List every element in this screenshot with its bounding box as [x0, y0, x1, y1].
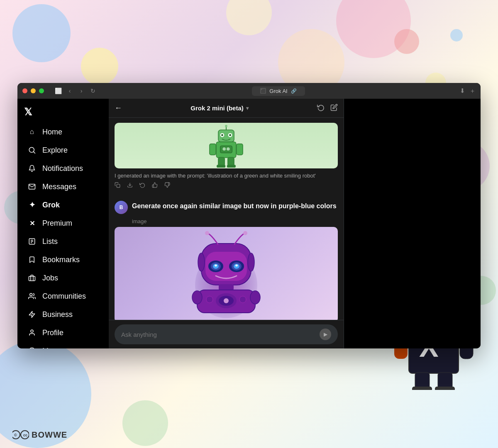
- user-msg-text: Generate once again similar image but no…: [132, 201, 337, 210]
- refresh-action-icon[interactable]: [139, 182, 145, 189]
- grok-header-actions: [317, 104, 338, 113]
- lists-icon: [27, 237, 37, 246]
- tab-link-icon: 🔗: [291, 88, 297, 94]
- more-icon: [27, 346, 37, 348]
- svg-point-32: [229, 134, 231, 136]
- purple-robot-svg: [189, 231, 264, 318]
- ai-actions-1: [115, 180, 338, 191]
- back-icon[interactable]: ‹: [66, 87, 74, 95]
- bookmarks-icon: [27, 255, 37, 264]
- download-action-icon[interactable]: [127, 182, 133, 189]
- svg-rect-36: [228, 157, 234, 166]
- svg-line-14: [34, 152, 35, 153]
- grok-input[interactable]: [121, 331, 315, 338]
- browser-window: ⬜ ‹ › ↻ ⬛ Grok AI 🔗 ⬇ ＋ 𝕏 ⌂: [17, 83, 481, 348]
- svg-marker-21: [29, 312, 35, 318]
- refresh-icon[interactable]: ↻: [89, 87, 97, 95]
- history-icon[interactable]: [317, 104, 325, 113]
- download-icon[interactable]: ⬇: [460, 87, 465, 95]
- grok-input-area: ▶: [109, 320, 344, 348]
- svg-point-67: [248, 253, 254, 271]
- tab-favicon: ⬛: [260, 88, 266, 94]
- svg-point-22: [31, 330, 33, 332]
- messages-icon: [27, 182, 37, 191]
- svg-point-60: [250, 291, 260, 304]
- minimize-button[interactable]: [31, 88, 36, 93]
- ai-message-1: I generated an image with the prompt: 'i…: [115, 123, 338, 191]
- profile-icon: [27, 328, 37, 337]
- chevron-down-icon: ▾: [246, 105, 249, 111]
- forward-icon[interactable]: ›: [77, 87, 85, 95]
- grok-panel: ← Grok 2 mini (beta) ▾: [109, 99, 344, 348]
- home-icon: ⌂: [27, 127, 37, 136]
- svg-rect-93: [435, 387, 455, 390]
- sidebar-item-profile[interactable]: Profile: [21, 324, 105, 341]
- grok-messages: I generated an image with the prompt: 'i…: [109, 118, 344, 320]
- svg-point-23: [29, 348, 35, 349]
- jobs-icon: [27, 273, 37, 282]
- svg-rect-19: [29, 276, 35, 281]
- sidebar-item-lists[interactable]: Lists: [21, 233, 105, 250]
- active-tab[interactable]: ⬛ Grok AI 🔗: [252, 86, 305, 96]
- sidebar-item-communities[interactable]: Communities: [21, 287, 105, 305]
- svg-rect-35: [218, 157, 225, 166]
- purple-robot-image: [115, 227, 338, 320]
- sidebar-toggle-icon[interactable]: ⬜: [54, 87, 62, 95]
- svg-rect-33: [210, 144, 216, 155]
- sidebar-item-notifications[interactable]: Notifications: [21, 160, 105, 177]
- svg-point-64: [206, 296, 213, 303]
- browser-titlebar: ⬜ ‹ › ↻ ⬛ Grok AI 🔗 ⬇ ＋: [17, 83, 481, 99]
- browser-tab-area: ⬛ Grok AI 🔗: [100, 86, 456, 96]
- svg-point-43: [225, 124, 227, 127]
- maximize-button[interactable]: [39, 88, 44, 93]
- svg-text:©: ©: [14, 433, 17, 437]
- grok-send-button[interactable]: ▶: [320, 329, 331, 340]
- image-label: image: [132, 218, 338, 224]
- sidebar-item-premium[interactable]: ✕ Premium: [21, 214, 105, 232]
- svg-point-40: [222, 147, 226, 151]
- sidebar-item-more[interactable]: More: [21, 342, 105, 348]
- sidebar: 𝕏 ⌂ Home Explore Notificat: [17, 99, 109, 348]
- sidebar-item-messages[interactable]: Messages: [21, 178, 105, 195]
- close-button[interactable]: [22, 88, 27, 93]
- svg-rect-39: [220, 146, 232, 153]
- browser-nav: ⬜ ‹ › ↻: [54, 87, 97, 95]
- sidebar-item-explore[interactable]: Explore: [21, 141, 105, 159]
- grok-input-wrap: ▶: [115, 324, 338, 344]
- app-container: 𝕏 ⌂ Home Explore Notificat: [17, 99, 481, 348]
- svg-point-63: [224, 298, 229, 303]
- grok-title: Grok 2 mini (beta) ▾: [190, 105, 249, 112]
- sidebar-item-bookmarks[interactable]: Bookmarks: [21, 251, 105, 268]
- svg-point-55: [215, 265, 217, 267]
- dislike-icon[interactable]: [164, 182, 170, 189]
- x-logo[interactable]: 𝕏: [17, 102, 109, 121]
- browser-right-icons: ⬇ ＋: [460, 87, 476, 95]
- sidebar-item-home[interactable]: ⌂ Home: [21, 123, 105, 141]
- svg-rect-92: [412, 387, 432, 390]
- sidebar-nav: ⌂ Home Explore Notifications: [17, 121, 109, 348]
- like-icon[interactable]: [152, 182, 158, 189]
- svg-rect-37: [217, 165, 225, 168]
- grok-icon: ✦: [27, 200, 37, 209]
- green-robot-svg: [205, 124, 247, 168]
- sidebar-item-jobs[interactable]: Jobs: [21, 269, 105, 287]
- svg-text:cc: cc: [23, 433, 27, 437]
- copy-icon[interactable]: [115, 182, 120, 189]
- new-tab-icon[interactable]: ＋: [469, 87, 476, 95]
- ai-message-2: I generated an image with the prompt: 'i…: [115, 227, 338, 320]
- bowwe-logo-icon: © cc: [12, 430, 29, 440]
- ai-caption-1: I generated an image with the prompt: 'i…: [115, 171, 338, 180]
- svg-point-59: [192, 291, 202, 304]
- grok-back-button[interactable]: ←: [115, 104, 122, 112]
- sidebar-item-grok[interactable]: ✦ Grok: [21, 196, 105, 214]
- notifications-icon: [27, 164, 37, 173]
- communities-icon: [27, 292, 37, 301]
- svg-point-31: [221, 134, 223, 136]
- svg-point-68: [205, 231, 209, 235]
- business-icon: [27, 310, 37, 319]
- grok-header: ← Grok 2 mini (beta) ▾: [109, 99, 344, 118]
- explore-icon: [27, 146, 37, 155]
- compose-icon[interactable]: [330, 104, 338, 113]
- sidebar-item-business[interactable]: Business: [21, 306, 105, 323]
- premium-icon: ✕: [27, 219, 37, 228]
